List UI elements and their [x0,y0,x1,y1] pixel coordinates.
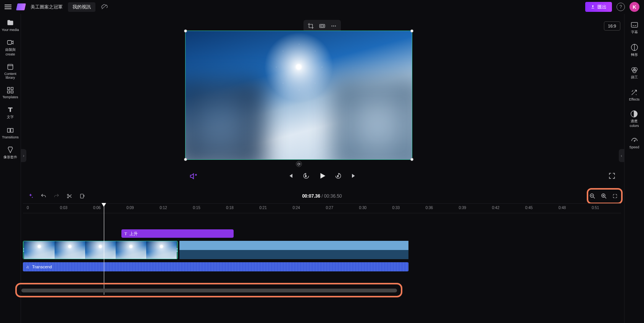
ruler-tick: 0:45 [525,206,533,210]
topbar-right: 匯出 ? K [585,2,639,12]
total-duration: 00:36.50 [324,193,342,199]
ruler-tick: 0:12 [160,206,167,210]
right-speed[interactable]: Speed [629,136,639,149]
project-subtitle[interactable]: 我的視訊 [68,2,95,12]
skip-start-icon[interactable] [286,171,295,180]
sidebar-transitions[interactable]: Transitions [2,127,19,139]
mute-icon[interactable] [189,172,197,180]
horizontal-scrollbar[interactable] [21,289,397,292]
right-filters[interactable]: 篩工 [630,66,639,80]
ruler-tick: 0:48 [558,206,566,210]
ruler-tick: 0:51 [592,206,599,210]
svg-point-20 [335,26,336,26]
sidebar-your-media[interactable]: Your media [2,19,19,32]
timeline-time: 00:07.36 / 00:36.50 [302,193,342,199]
music-note-icon: ♫ [26,265,29,269]
svg-rect-5 [8,91,10,93]
ruler-tick: 0:36 [426,206,433,210]
left-sidebar: Your media 錄製與 create Content library Te… [0,14,21,323]
sidebar-record-create[interactable]: 錄製與 create [5,39,16,56]
right-sidebar: 字幕 轉形 篩工 Effects 適應 colors Speed [624,14,644,323]
sidebar-brand-kit[interactable]: 像形套件 [3,146,17,160]
svg-line-0 [102,5,107,9]
fit-fill-icon[interactable] [318,22,326,30]
right-adjust-colors[interactable]: 適應 colors [629,110,639,128]
right-effects[interactable]: Effects [629,88,639,101]
resize-handle-br[interactable] [410,158,413,161]
svg-rect-9 [631,23,638,28]
video-clip-1[interactable] [23,241,178,259]
timeline-ruler[interactable]: 00:030:060:090:120:150:180:210:240:270:3… [23,203,621,213]
rotate-handle[interactable]: ⟳ [296,161,302,167]
more-icon[interactable] [329,22,338,30]
ruler-tick: 0:15 [193,206,200,210]
zoom-in-icon[interactable] [600,193,607,200]
delete-clip-icon[interactable] [79,193,86,199]
video-clip-2[interactable] [179,241,408,259]
svg-text:5: 5 [337,175,338,177]
ruler-tick: 0:30 [359,206,366,210]
right-sidebar-expand[interactable]: ‹ [619,149,624,162]
preview-canvas[interactable]: ⟳ [185,31,412,160]
svg-rect-2 [8,64,13,69]
right-transform[interactable]: 轉形 [630,43,639,57]
zoom-out-icon[interactable] [589,193,596,200]
svg-rect-6 [11,91,13,93]
cloud-sync-off-icon[interactable] [101,4,108,10]
title-clip[interactable]: T 上升 [121,229,234,238]
crop-icon[interactable] [307,22,315,30]
split-scissors-icon[interactable] [66,193,73,199]
sidebar-text[interactable]: 文字 [6,106,14,120]
play-icon[interactable] [318,171,327,180]
timeline-toolbar: 00:07.36 / 00:36.50 [23,190,621,202]
ruler-tick: 0:03 [60,206,67,210]
playback-bar: 5 5 [0,170,644,183]
audio-clip[interactable]: ♫ Transcend [23,262,408,271]
right-subtitles[interactable]: 字幕 [630,21,639,35]
svg-rect-4 [11,88,13,90]
ruler-tick: 0:39 [459,206,466,210]
current-time: 00:07.36 [302,193,320,199]
svg-rect-17 [321,25,324,27]
export-button[interactable]: 匯出 [585,2,612,12]
undo-icon[interactable] [40,193,47,199]
preview-image [186,31,412,159]
avatar[interactable]: K [629,2,639,12]
zoom-fit-icon[interactable] [612,193,618,199]
svg-point-15 [634,141,635,141]
ruler-tick: 0:27 [326,206,333,210]
resize-handle-tr[interactable] [410,29,413,32]
app-logo-icon [16,3,26,10]
left-sidebar-expand[interactable]: › [21,149,26,162]
forward-5s-icon[interactable]: 5 [334,171,343,180]
export-button-label: 匯出 [597,4,607,10]
svg-point-23 [67,194,68,195]
sidebar-templates[interactable]: Templates [2,86,18,99]
ruler-tick: 0:09 [126,206,134,210]
svg-rect-1 [8,41,12,44]
sidebar-content-library[interactable]: Content library [4,63,16,80]
svg-rect-8 [11,128,13,132]
resize-handle-bl[interactable] [184,158,187,161]
project-title: 美工圖案之冠軍 [31,4,63,10]
menu-button[interactable] [5,5,11,9]
svg-rect-16 [320,24,325,28]
sparkle-icon[interactable] [27,193,34,199]
svg-rect-25 [81,194,84,198]
ruler-tick: 0:06 [93,206,100,210]
skip-end-icon[interactable] [350,171,359,180]
help-icon[interactable]: ? [617,3,625,11]
svg-point-24 [67,197,68,198]
fullscreen-icon[interactable] [608,172,616,180]
redo-icon[interactable] [53,193,60,199]
aspect-ratio-button[interactable]: 16:9 [604,21,620,31]
resize-handle-tl[interactable] [184,29,187,32]
clip-handle-right[interactable] [177,241,178,259]
video-track [23,241,408,259]
playhead[interactable] [104,203,104,295]
title-clip-label: 上升 [129,231,138,237]
ruler-tick: 0:42 [492,206,499,210]
rewind-5s-icon[interactable]: 5 [302,171,311,180]
svg-point-19 [333,26,334,26]
text-icon: T [124,231,127,236]
